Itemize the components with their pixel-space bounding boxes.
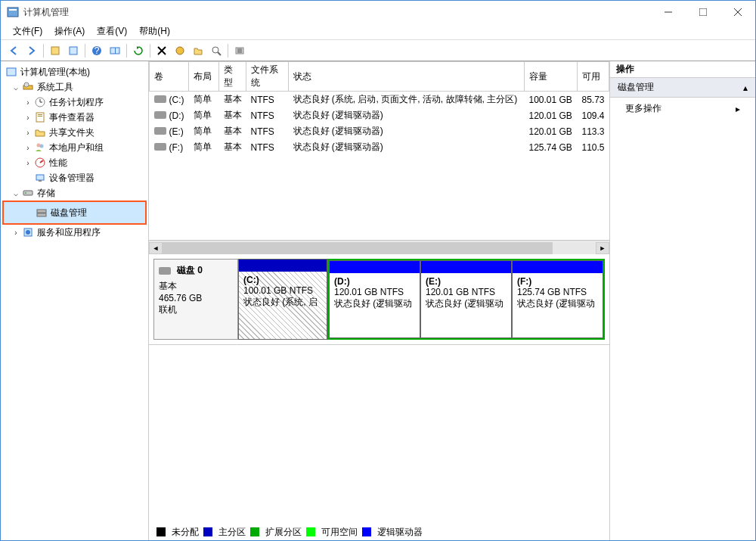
chevron-right-icon[interactable]: › [23, 98, 33, 107]
chevron-right-icon[interactable]: › [23, 113, 33, 122]
chevron-right-icon[interactable]: › [23, 144, 33, 152]
view-button[interactable] [107, 42, 123, 59]
tree-local-users[interactable]: › 本地用户和组 [2, 140, 147, 155]
tree-root[interactable]: 计算机管理(本地) [2, 64, 147, 79]
svg-rect-1 [9, 9, 17, 11]
partition-f[interactable]: (F:) 125.74 GB NTFS 状态良好 (逻辑驱动 [512, 260, 603, 338]
folder-button[interactable] [190, 42, 206, 59]
svg-rect-3 [699, 8, 707, 16]
tree-shared-folders[interactable]: › 共享文件夹 [2, 125, 147, 140]
scroll-thumb[interactable] [163, 242, 553, 254]
svg-rect-21 [7, 68, 16, 76]
scroll-left-button[interactable]: ◄ [149, 242, 163, 254]
volume-icon [154, 111, 166, 119]
volume-row[interactable]: (F:)简单基本NTFS状态良好 (逻辑驱动器)125.74 GB110.5 [150, 139, 609, 155]
nav-tree[interactable]: 计算机管理(本地) ⌵ 系统工具 › 任务计划程序 › 事件查看器 › 共享文件… [1, 61, 149, 540]
minimize-button[interactable] [651, 1, 686, 23]
svg-point-23 [24, 82, 29, 87]
titlebar: 计算机管理 [1, 1, 755, 23]
svg-line-16 [218, 52, 221, 55]
maximize-button[interactable] [686, 1, 720, 23]
svg-rect-28 [38, 114, 42, 115]
blank-area [149, 345, 609, 524]
col-type[interactable]: 类型 [219, 62, 246, 92]
close-button[interactable] [720, 1, 755, 23]
svg-rect-38 [37, 210, 46, 213]
col-status[interactable]: 状态 [289, 62, 525, 92]
collapse-icon[interactable]: ▴ [743, 82, 748, 93]
volume-row[interactable]: (C:)简单基本NTFS状态良好 (系统, 启动, 页面文件, 活动, 故障转储… [150, 92, 609, 108]
chevron-right-icon[interactable]: › [23, 159, 33, 167]
col-fs[interactable]: 文件系统 [246, 62, 289, 92]
props-button[interactable] [65, 42, 82, 59]
tree-services[interactable]: › 服务和应用程序 [2, 225, 147, 240]
volume-row[interactable]: (D:)简单基本NTFS状态良好 (逻辑驱动器)120.01 GB109.4 [150, 107, 609, 123]
svg-rect-27 [36, 113, 44, 122]
tree-storage[interactable]: ⌵ 存储 [2, 185, 147, 201]
partition-d[interactable]: (D:) 120.01 GB NTFS 状态良好 (逻辑驱动 [329, 260, 420, 338]
svg-rect-6 [51, 47, 59, 54]
menubar: 文件(F) 操作(A) 查看(V) 帮助(H) [1, 23, 755, 40]
chevron-right-icon[interactable]: › [23, 129, 33, 137]
back-button[interactable] [5, 42, 22, 59]
more-actions[interactable]: 更多操作 ▸ [610, 98, 755, 120]
tree-event-viewer[interactable]: › 事件查看器 [2, 110, 147, 125]
volume-icon [154, 127, 166, 135]
partition-c[interactable]: (C:) 100.01 GB NTFS 状态良好 (系统, 启 [238, 259, 327, 340]
tree-performance[interactable]: › 性能 [2, 155, 147, 170]
forward-button[interactable] [23, 42, 40, 59]
partition-e[interactable]: (E:) 120.01 GB NTFS 状态良好 (逻辑驱动 [420, 260, 512, 338]
settings-button[interactable] [172, 42, 188, 59]
search-button[interactable] [208, 42, 225, 59]
svg-rect-39 [37, 213, 46, 216]
scroll-right-button[interactable]: ► [596, 242, 609, 254]
menu-action[interactable]: 操作(A) [48, 23, 91, 39]
svg-rect-0 [8, 8, 18, 17]
tree-system-tools[interactable]: ⌵ 系统工具 [2, 79, 147, 95]
svg-rect-11 [115, 48, 116, 54]
menu-view[interactable]: 查看(V) [91, 23, 133, 39]
svg-rect-29 [38, 116, 42, 117]
svg-point-31 [40, 145, 44, 148]
svg-rect-7 [70, 47, 77, 54]
col-capacity[interactable]: 容量 [524, 62, 577, 92]
menu-file[interactable]: 文件(F) [7, 23, 48, 39]
col-free[interactable]: 可用 [577, 62, 609, 92]
svg-text:?: ? [94, 45, 100, 56]
volume-icon [154, 95, 166, 103]
toolbar: ? [1, 40, 755, 61]
volume-list[interactable]: 卷 布局 类型 文件系统 状态 容量 可用 (C:)简单基本NTFS状态良好 (… [149, 61, 609, 241]
refresh-button[interactable] [130, 42, 147, 59]
volume-icon [154, 143, 166, 151]
help-button[interactable]: ? [88, 42, 105, 59]
scroll-track[interactable] [163, 242, 596, 254]
volume-row[interactable]: (E:)简单基本NTFS状态良好 (逻辑驱动器)120.01 GB113.3 [150, 123, 609, 139]
chevron-down-icon[interactable]: ⌵ [11, 189, 20, 197]
col-layout[interactable]: 布局 [189, 62, 219, 92]
window-title: 计算机管理 [23, 6, 651, 19]
chevron-right-icon: ▸ [736, 104, 740, 114]
chevron-down-icon[interactable]: ⌵ [11, 83, 20, 92]
svg-rect-36 [23, 191, 33, 195]
actions-pane: 操作 磁盘管理 ▴ 更多操作 ▸ [610, 61, 755, 540]
delete-button[interactable] [153, 42, 170, 59]
tree-task-scheduler[interactable]: › 任务计划程序 [2, 95, 147, 110]
col-volume[interactable]: 卷 [150, 62, 189, 92]
actions-header: 操作 [610, 61, 755, 78]
disk-icon [159, 267, 171, 275]
tree-disk-management[interactable]: 磁盘管理 [2, 201, 147, 225]
actions-section[interactable]: 磁盘管理 ▴ [610, 78, 755, 98]
legend: 未分配 主分区 扩展分区 可用空间 逻辑驱动器 [149, 524, 609, 540]
disk-info[interactable]: 磁盘 0 基本 465.76 GB 联机 [153, 259, 238, 340]
menu-help[interactable]: 帮助(H) [133, 23, 176, 39]
disk-map: 磁盘 0 基本 465.76 GB 联机 (C:) 100.01 GB NTFS… [149, 254, 609, 345]
svg-rect-34 [36, 175, 44, 180]
up-button[interactable] [47, 42, 64, 59]
horizontal-scrollbar[interactable]: ◄ ► [149, 241, 609, 254]
list-button[interactable] [231, 42, 248, 59]
app-icon [7, 6, 19, 18]
tree-device-manager[interactable]: 设备管理器 [2, 170, 147, 185]
svg-point-37 [25, 192, 26, 194]
svg-point-15 [212, 47, 218, 53]
chevron-right-icon[interactable]: › [11, 229, 20, 237]
